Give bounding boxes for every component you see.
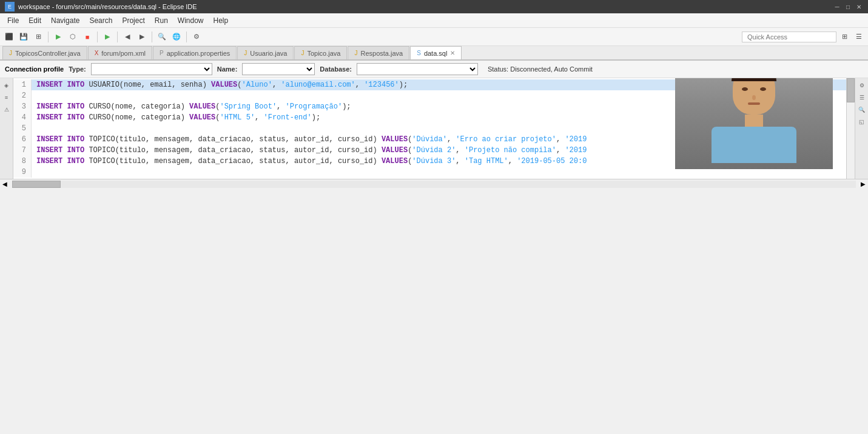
main-area: ◈ ≡ ⚠ 1 INSERT INTO USUARIO(nome, email,…	[0, 78, 868, 189]
toolbar-debug[interactable]: ⬡	[66, 30, 79, 44]
connection-profile-title: Connection profile	[5, 65, 64, 73]
tab-data-sql[interactable]: S data.sql ✕	[410, 46, 462, 59]
toolbar-run[interactable]: ▶	[52, 30, 65, 44]
menu-help[interactable]: Help	[209, 15, 234, 26]
sidebar-outline-icon[interactable]: ◈	[2, 81, 12, 90]
type-label: Type:	[69, 65, 86, 73]
sidebar-tasks-icon[interactable]: ≡	[2, 93, 12, 102]
window-controls[interactable]: ─ □ ✕	[833, 2, 863, 11]
database-select[interactable]	[357, 63, 478, 75]
toolbar-save-all[interactable]: ⊞	[32, 30, 45, 44]
tab-label-usuario: Usuario.java	[250, 50, 287, 57]
close-button[interactable]: ✕	[855, 2, 863, 11]
line-content-4: INSERT INTO CURSO(nome, categoria) VALUE…	[32, 112, 320, 123]
right-sidebar-icon-4[interactable]: ◱	[857, 117, 867, 127]
line-num-9: 9	[13, 167, 32, 178]
code-editor[interactable]: 1 INSERT INTO USUARIO(nome, email, senha…	[13, 78, 846, 179]
line-num-2: 2	[13, 90, 32, 101]
line-num-3: 3	[13, 101, 32, 112]
toolbar-perspective[interactable]: ⊞	[838, 30, 851, 44]
toolbar-sep-5	[186, 32, 187, 42]
menu-project[interactable]: Project	[117, 15, 149, 26]
left-sidebar: ◈ ≡ ⚠	[0, 78, 13, 179]
toolbar-run2[interactable]: ▶	[101, 30, 114, 44]
toolbar-search[interactable]: 🔍	[155, 30, 169, 44]
person-neck	[745, 115, 763, 127]
toolbar-save[interactable]: 💾	[17, 30, 30, 44]
toolbar-sep-3	[117, 32, 118, 42]
tab-icon-data: S	[417, 50, 421, 56]
line-num-6: 6	[13, 134, 32, 145]
toolbar-globe[interactable]: 🌐	[170, 30, 183, 44]
window-title: workspace - forum/src/main/resources/dat…	[18, 3, 833, 10]
toolbar: ⬛ 💾 ⊞ ▶ ⬡ ■ ▶ ◀ ▶ 🔍 🌐 ⚙ ⊞ ☰	[0, 28, 868, 46]
tab-application-properties[interactable]: P application.properties	[153, 46, 237, 59]
scroll-left-arrow[interactable]: ◀	[0, 181, 10, 187]
database-label: Database:	[320, 65, 352, 73]
type-select[interactable]	[91, 63, 212, 75]
sidebar-problems-icon[interactable]: ⚠	[2, 105, 12, 115]
right-sidebar-icon-3[interactable]: 🔍	[857, 105, 867, 115]
tab-icon-app: P	[160, 50, 164, 56]
app-icon: E	[5, 2, 15, 12]
person-figure	[712, 78, 796, 163]
menu-search[interactable]: Search	[84, 15, 117, 26]
tab-pom-xml[interactable]: X forum/pom.xml	[88, 46, 152, 59]
line-num-4: 4	[13, 112, 32, 123]
line-content-2	[32, 90, 41, 101]
menu-bar: File Edit Navigate Search Project Run Wi…	[0, 13, 868, 28]
line-content-1: INSERT INTO USUARIO(nome, email, senha) …	[32, 79, 408, 90]
quick-access-input[interactable]	[742, 32, 836, 42]
line-content-6: INSERT INTO TOPICO(titulo, mensagem, dat…	[32, 134, 587, 145]
tab-label-topicos: TopicosController.java	[15, 50, 81, 57]
toolbar-sep-1	[48, 32, 49, 42]
vertical-scrollbar[interactable]: ▲	[846, 78, 855, 179]
tab-icon-resposta: J	[354, 50, 357, 56]
menu-window[interactable]: Window	[173, 15, 209, 26]
tab-icon-topicos: J	[9, 50, 12, 56]
line-content-9	[32, 167, 41, 178]
maximize-button[interactable]: □	[844, 2, 852, 11]
right-sidebar: ⚙ ☰ 🔍 ◱	[855, 78, 868, 179]
person-body	[712, 127, 796, 163]
toolbar-misc1[interactable]: ⚙	[190, 30, 203, 44]
h-scroll-thumb[interactable]	[12, 181, 61, 188]
line-num-7: 7	[13, 145, 32, 156]
line-content-3: INSERT INTO CURSO(nome, categoria) VALUE…	[32, 101, 351, 112]
line-num-5: 5	[13, 123, 32, 134]
toolbar-stop[interactable]: ■	[81, 30, 94, 44]
toolbar-sep-2	[97, 32, 98, 42]
name-select[interactable]	[242, 63, 315, 75]
tab-topico-java[interactable]: J Topico.java	[294, 46, 347, 59]
menu-edit[interactable]: Edit	[24, 15, 46, 26]
toolbar-new[interactable]: ⬛	[2, 30, 16, 44]
line-num-8: 8	[13, 156, 32, 167]
tab-topicos-controller[interactable]: J TopicosController.java	[2, 46, 87, 59]
tab-close-data[interactable]: ✕	[450, 50, 455, 56]
menu-navigate[interactable]: Navigate	[46, 15, 84, 26]
toolbar-next[interactable]: ▶	[135, 30, 149, 44]
toolbar-sep-4	[152, 32, 152, 42]
right-sidebar-icon-1[interactable]: ⚙	[857, 81, 867, 90]
tab-label-resposta: Resposta.java	[360, 50, 403, 57]
title-bar: E workspace - forum/src/main/resources/d…	[0, 0, 868, 13]
line-content-5	[32, 123, 41, 134]
tab-label-topico: Topico.java	[307, 50, 340, 57]
connection-bar: Connection profile Type: Name: Database:…	[0, 61, 868, 78]
menu-file[interactable]: File	[2, 15, 24, 26]
minimize-button[interactable]: ─	[833, 2, 841, 11]
tab-icon-topico: J	[301, 50, 304, 56]
toolbar-prev[interactable]: ◀	[121, 30, 134, 44]
tab-usuario-java[interactable]: J Usuario.java	[237, 46, 294, 59]
tab-label-pom: forum/pom.xml	[101, 50, 146, 57]
tab-resposta-java[interactable]: J Resposta.java	[348, 46, 409, 59]
tab-label-data: data.sql	[424, 50, 448, 57]
scroll-thumb[interactable]	[847, 78, 855, 102]
menu-run[interactable]: Run	[150, 15, 173, 26]
right-sidebar-icon-2[interactable]: ☰	[857, 93, 867, 102]
scroll-right-arrow[interactable]: ▶	[858, 181, 868, 187]
toolbar-open-perspective[interactable]: ☰	[852, 30, 866, 44]
horizontal-scrollbar[interactable]	[12, 181, 856, 188]
tab-icon-usuario: J	[244, 50, 247, 56]
editor-row: ◈ ≡ ⚠ 1 INSERT INTO USUARIO(nome, email,…	[0, 78, 868, 179]
